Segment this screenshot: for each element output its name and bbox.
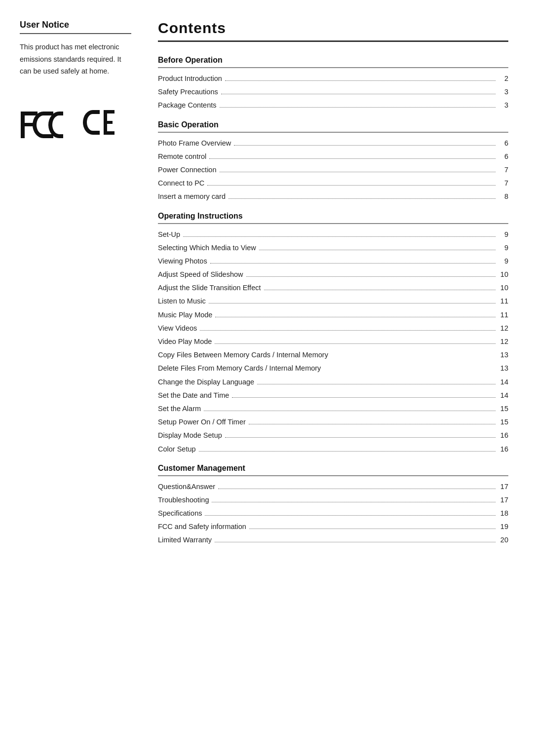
toc-item-label: Safety Precautions [158,86,218,98]
toc-page-number: 6 [498,151,508,162]
toc-page-number: 12 [498,323,508,334]
toc-page-number: 16 [498,430,508,441]
toc-item: View Videos12 [158,323,508,334]
toc-item-label: Remote control [158,151,206,162]
toc-page-number: 14 [498,377,508,388]
section-title-before-operation: Before Operation [158,56,508,68]
toc-dots [199,451,495,452]
toc-container: Before OperationProduct Introduction2Saf… [158,56,508,555]
toc-item-label: Limited Warranty [158,534,212,546]
svg-rect-11 [104,121,113,124]
toc-dots [249,424,495,424]
svg-rect-8 [93,131,100,135]
toc-page-number: 9 [498,242,508,254]
toc-dots [246,276,496,277]
toc-section-customer-management: Customer ManagementQuestion&Answer17Trou… [158,464,508,546]
toc-dots [209,303,495,303]
toc-dots [218,489,495,489]
right-panel: Contents Before OperationProduct Introdu… [143,0,533,756]
toc-item-label: Set the Alarm [158,403,201,415]
toc-item-label: Listen to Music [158,296,206,307]
svg-rect-12 [104,131,114,135]
toc-item-label: Viewing Photos [158,256,207,267]
toc-item-label: Connect to PC [158,178,204,189]
toc-item: Selecting Which Media to View9 [158,242,508,254]
toc-item-label: Package Contents [158,100,217,111]
toc-page-number: 19 [498,521,508,532]
section-title-operating-instructions: Operating Instructions [158,212,508,224]
toc-dots [205,515,495,516]
toc-item-label: Video Play Mode [158,336,212,347]
toc-dots [212,502,495,502]
toc-page-number: 10 [498,269,508,280]
ce-svg-icon [79,105,118,140]
toc-page-number: 18 [498,508,508,519]
toc-dots [234,145,495,146]
toc-page-number: 17 [498,494,508,506]
toc-page-number: 3 [498,100,508,111]
toc-item: Question&Answer17 [158,481,508,492]
toc-dots [183,236,495,237]
toc-item: Insert a memory card8 [158,191,508,202]
toc-dots [257,384,495,384]
toc-item: Delete Files From Memory Cards / Interna… [158,363,508,374]
toc-item: Specifications18 [158,508,508,519]
toc-dots [324,370,495,371]
toc-page-number: 15 [498,416,508,428]
toc-item-label: Setup Power On / Off Timer [158,416,246,428]
toc-page-number: 6 [498,138,508,149]
toc-item-label: Copy Files Between Memory Cards / Intern… [158,349,328,361]
user-notice-text: This product has met electronic emission… [20,41,131,77]
toc-dots [228,198,495,199]
toc-item-label: Adjust Speed of Slideshow [158,269,243,280]
toc-item: Music Play Mode11 [158,309,508,321]
toc-page-number: 2 [498,73,508,84]
toc-item-label: Music Play Mode [158,309,212,321]
toc-section-operating-instructions: Operating InstructionsSet-Up9Selecting W… [158,212,508,455]
ce-logo [79,105,118,145]
toc-dots [220,107,496,108]
toc-dots [232,397,495,398]
toc-item: Set the Date and Time14 [158,390,508,401]
toc-item-label: Question&Answer [158,481,215,492]
svg-rect-6 [59,134,63,138]
toc-dots [215,317,495,317]
toc-item-label: Color Setup [158,444,196,455]
toc-item: Display Mode Setup16 [158,430,508,441]
toc-dots [259,250,495,250]
toc-section-basic-operation: Basic OperationPhoto Frame Overview6Remo… [158,120,508,203]
toc-dots [200,330,495,331]
toc-item-label: Selecting Which Media to View [158,242,256,254]
toc-item: Adjust Speed of Slideshow10 [158,269,508,280]
toc-dots [225,80,495,81]
toc-page-number: 3 [498,86,508,98]
toc-item: Video Play Mode12 [158,336,508,347]
toc-dots [207,185,495,186]
svg-rect-7 [93,110,100,114]
toc-item: Color Setup16 [158,444,508,455]
toc-item: Power Connection7 [158,164,508,176]
toc-item: Copy Files Between Memory Cards / Intern… [158,349,508,361]
toc-item: Limited Warranty20 [158,534,508,546]
toc-item: Remote control6 [158,151,508,162]
toc-page-number: 20 [498,534,508,546]
toc-page-number: 17 [498,481,508,492]
toc-item-label: Set the Date and Time [158,390,229,401]
toc-dots [215,343,495,344]
toc-item-label: Specifications [158,508,202,519]
toc-item: Change the Display Language14 [158,377,508,388]
toc-dots [210,263,495,264]
toc-dots [220,172,496,172]
toc-item-label: Delete Files From Memory Cards / Interna… [158,363,321,374]
toc-item-label: Troubleshooting [158,494,209,506]
toc-item: Set the Alarm15 [158,403,508,415]
svg-rect-1 [21,112,38,115]
toc-dots [204,411,495,411]
toc-item-label: Set-Up [158,229,180,240]
toc-page-number: 13 [498,363,508,374]
toc-page-number: 7 [498,164,508,176]
svg-rect-2 [21,123,34,126]
toc-dots [331,357,495,357]
toc-item: Adjust the Slide Transition Effect10 [158,282,508,294]
toc-dots [264,290,496,290]
